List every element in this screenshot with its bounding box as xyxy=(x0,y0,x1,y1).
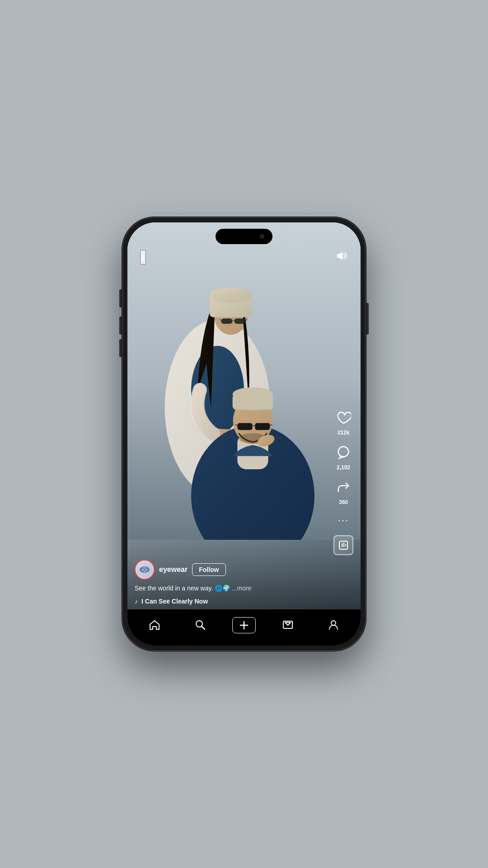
svg-point-6 xyxy=(210,287,252,303)
dynamic-island xyxy=(216,229,272,244)
camera-dot xyxy=(260,234,264,239)
user-row: eyewear Follow xyxy=(135,560,329,580)
svg-point-29 xyxy=(145,568,148,571)
comment-icon[interactable] xyxy=(336,445,351,462)
music-album-icon xyxy=(333,535,353,555)
nav-home[interactable] xyxy=(141,615,168,635)
nav-add[interactable] xyxy=(232,617,256,633)
more-button[interactable]: ...more xyxy=(232,585,252,592)
more-dots-icon: ··· xyxy=(338,514,349,526)
back-button[interactable]: ‹ xyxy=(140,250,146,264)
profile-icon xyxy=(328,619,339,632)
svg-point-38 xyxy=(331,621,336,625)
caption-text: See the world in a new way. xyxy=(135,585,215,592)
music-note-icon: ♪ xyxy=(135,598,138,605)
bottom-nav xyxy=(127,609,361,646)
more-action[interactable]: ··· xyxy=(338,514,349,526)
fashion-photo xyxy=(127,222,361,540)
nav-profile[interactable] xyxy=(320,615,347,635)
nav-inbox[interactable] xyxy=(275,615,301,635)
svg-line-33 xyxy=(202,626,205,629)
svg-point-28 xyxy=(141,568,144,571)
like-action: 212k xyxy=(336,410,351,436)
svg-rect-18 xyxy=(237,423,252,430)
inbox-icon xyxy=(282,619,294,632)
svg-point-25 xyxy=(338,447,349,457)
heart-icon[interactable] xyxy=(336,410,351,428)
top-controls: ‹ xyxy=(127,250,361,265)
follow-button[interactable]: Follow xyxy=(192,563,225,576)
right-actions: 212k 2,102 xyxy=(333,410,353,555)
search-icon xyxy=(194,619,206,632)
music-row[interactable]: ♪ I Can See Clearly Now xyxy=(135,598,329,605)
svg-point-17 xyxy=(233,387,273,401)
music-action[interactable] xyxy=(333,535,353,555)
sound-button[interactable] xyxy=(335,250,348,265)
home-icon xyxy=(149,619,160,632)
avatar-inner xyxy=(136,561,153,578)
svg-rect-8 xyxy=(235,319,246,324)
comment-action: 2,102 xyxy=(336,445,351,471)
nav-search[interactable] xyxy=(187,615,213,635)
music-title: I Can See Clearly Now xyxy=(141,598,208,605)
caption: See the world in a new way. 🌐🌍 ...more xyxy=(135,584,329,593)
avatar[interactable] xyxy=(135,560,155,580)
share-count: 360 xyxy=(339,499,348,505)
svg-rect-7 xyxy=(221,319,232,324)
username[interactable]: eyewear xyxy=(159,566,188,574)
comment-count: 2,102 xyxy=(337,464,350,471)
caption-emoji: 🌐🌍 xyxy=(215,585,230,592)
share-icon[interactable] xyxy=(336,480,351,497)
share-action: 360 xyxy=(336,480,351,505)
svg-marker-37 xyxy=(285,623,291,625)
bottom-info: eyewear Follow See the world in a new wa… xyxy=(135,560,329,605)
svg-rect-19 xyxy=(255,423,270,430)
like-count: 212k xyxy=(338,429,350,436)
